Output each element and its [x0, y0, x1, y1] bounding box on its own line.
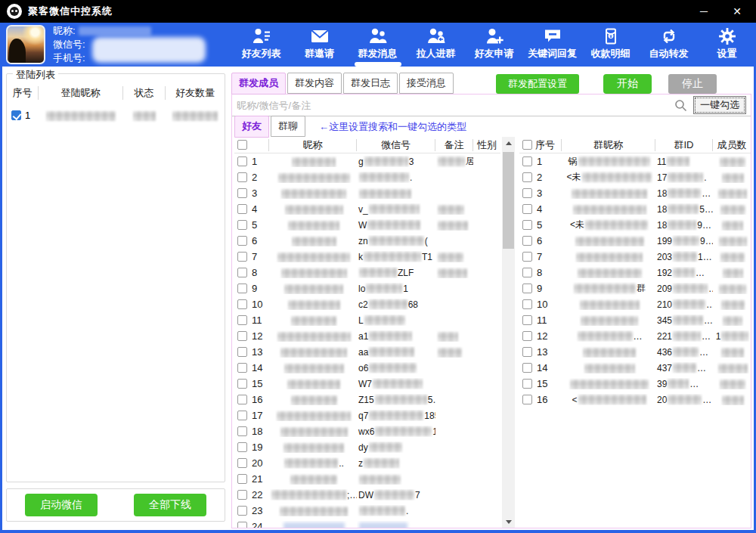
table-row[interactable]: 15W7 — [234, 376, 500, 392]
nav-item-mass-message[interactable]: 群发消息 — [349, 23, 407, 67]
row-checkbox[interactable] — [237, 156, 247, 166]
row-checkbox[interactable] — [237, 299, 247, 309]
scroll-thumb[interactable] — [503, 152, 514, 249]
table-row[interactable]: 10c268 — [234, 296, 500, 312]
table-row[interactable]: 23. — [234, 503, 500, 519]
table-row[interactable]: 19dy — [234, 439, 500, 455]
table-row[interactable]: 5<未189… — [519, 217, 751, 233]
table-row[interactable]: 16<20… — [519, 392, 751, 407]
table-row[interactable]: 24 — [234, 519, 500, 528]
nav-item-keyword-reply[interactable]: 关键词回复 — [523, 23, 581, 67]
row-checkbox[interactable] — [522, 156, 532, 166]
mass-config-button[interactable]: 群发配置设置 — [496, 74, 579, 94]
tab-mass-content[interactable]: 群发内容 — [287, 73, 342, 94]
table-row[interactable]: 8ZLF — [234, 265, 500, 280]
tab-mass-members[interactable]: 群发成员 — [231, 73, 286, 95]
row-checkbox[interactable] — [522, 172, 532, 182]
row-checkbox[interactable] — [522, 331, 532, 341]
select-all-button[interactable]: 一键勾选 — [693, 96, 746, 114]
table-row[interactable]: 72031… — [519, 249, 751, 265]
select-all-checkbox[interactable] — [237, 140, 247, 150]
row-checkbox[interactable] — [522, 299, 532, 309]
row-checkbox[interactable] — [237, 347, 247, 357]
tab-receive-message[interactable]: 接受消息 — [399, 73, 454, 94]
table-row[interactable]: 13aa — [234, 344, 500, 360]
table-row[interactable]: 7kT1 — [234, 249, 500, 265]
table-row[interactable]: 12a1 — [234, 328, 500, 344]
table-row[interactable]: 61999… — [519, 233, 751, 249]
row-checkbox[interactable] — [237, 506, 247, 516]
table-row[interactable]: 3 — [234, 185, 500, 201]
row-checkbox[interactable] — [237, 284, 247, 293]
minimize-button[interactable]: ─ — [691, 0, 717, 23]
row-checkbox[interactable] — [522, 363, 532, 373]
table-row[interactable]: 22;…DW7 — [234, 487, 500, 503]
row-checkbox[interactable] — [237, 268, 247, 277]
start-button[interactable]: 开始 — [603, 74, 652, 94]
row-checkbox[interactable] — [237, 426, 247, 436]
row-checkbox[interactable] — [237, 172, 247, 182]
table-row[interactable]: 2<未17. — [519, 169, 751, 185]
row-checkbox[interactable] — [237, 188, 247, 198]
row-checkbox[interactable] — [522, 284, 532, 293]
row-checkbox[interactable] — [522, 395, 532, 404]
row-checkbox[interactable] — [237, 474, 247, 484]
table-row[interactable]: 4v_ — [234, 201, 500, 217]
tab-mass-log[interactable]: 群发日志 — [343, 73, 398, 94]
all-offline-button[interactable]: 全部下线 — [134, 494, 206, 516]
table-row[interactable]: 8192… — [519, 265, 751, 280]
scroll-up-icon[interactable] — [502, 137, 515, 149]
table-row[interactable]: 6zn( — [234, 233, 500, 249]
table-row[interactable]: 16Z155… — [234, 392, 500, 407]
table-row[interactable]: 4185… — [519, 201, 751, 217]
table-row[interactable]: 14437… — [519, 360, 751, 376]
row-checkbox[interactable] — [522, 236, 532, 246]
nav-item-payment-detail[interactable]: ¥收款明细 — [581, 23, 640, 67]
row-checkbox[interactable] — [237, 442, 247, 452]
row-checkbox[interactable] — [237, 204, 247, 214]
login-table-row[interactable]: 1 — [7, 106, 225, 124]
row-checkbox[interactable] — [237, 331, 247, 341]
row-checkbox[interactable] — [522, 268, 532, 277]
row-checkbox[interactable] — [237, 315, 247, 325]
table-row[interactable]: 10210… — [519, 296, 751, 312]
row-checkbox[interactable] — [237, 220, 247, 230]
row-checkbox[interactable] — [522, 347, 532, 357]
nav-item-friend-list[interactable]: 好友列表 — [232, 23, 290, 67]
table-row[interactable]: 11L — [234, 312, 500, 328]
row-checkbox[interactable] — [237, 490, 247, 500]
nav-item-settings[interactable]: 设置 — [698, 23, 756, 67]
row-checkbox[interactable] — [237, 379, 247, 389]
table-row[interactable]: 17q7185 — [234, 407, 500, 423]
row-checkbox[interactable] — [237, 458, 247, 468]
nav-item-auto-forward[interactable]: 自动转发 — [640, 23, 698, 67]
row-checkbox[interactable] — [522, 188, 532, 198]
search-input[interactable] — [237, 100, 674, 111]
row-checkbox[interactable] — [522, 315, 532, 325]
row-checkbox[interactable] — [522, 252, 532, 262]
table-row[interactable]: 18wx61111 — [234, 423, 500, 439]
table-row[interactable]: 1g3居… — [234, 153, 500, 169]
table-row[interactable]: 9群209… — [519, 280, 751, 296]
table-row[interactable]: 5W — [234, 217, 500, 233]
scroll-down-icon[interactable] — [502, 516, 515, 528]
row-checkbox[interactable] — [522, 379, 532, 389]
table-row[interactable]: 1锅11 — [519, 153, 751, 169]
select-all-checkbox[interactable] — [522, 140, 532, 150]
table-row[interactable]: 2. — [234, 169, 500, 185]
subtab-friends[interactable]: 好友 — [234, 116, 269, 138]
table-row[interactable]: 20..z — [234, 455, 500, 471]
table-row[interactable]: 11345… — [519, 312, 751, 328]
row-checkbox[interactable] — [237, 252, 247, 262]
close-button[interactable]: ✕ — [724, 0, 750, 23]
table-row[interactable]: 13436… — [519, 344, 751, 360]
row-checkbox[interactable] — [237, 522, 247, 528]
row-checkbox[interactable] — [237, 411, 247, 420]
stop-button[interactable]: 停止 — [668, 74, 717, 94]
table-row[interactable]: 21 — [234, 471, 500, 487]
subtab-group-chat[interactable]: 群聊 — [271, 116, 305, 137]
table-row[interactable]: 12…221…1 — [519, 328, 751, 344]
row-checkbox[interactable] — [522, 204, 532, 214]
login-row-checkbox[interactable] — [11, 110, 21, 120]
start-wechat-button[interactable]: 启动微信 — [25, 494, 98, 516]
